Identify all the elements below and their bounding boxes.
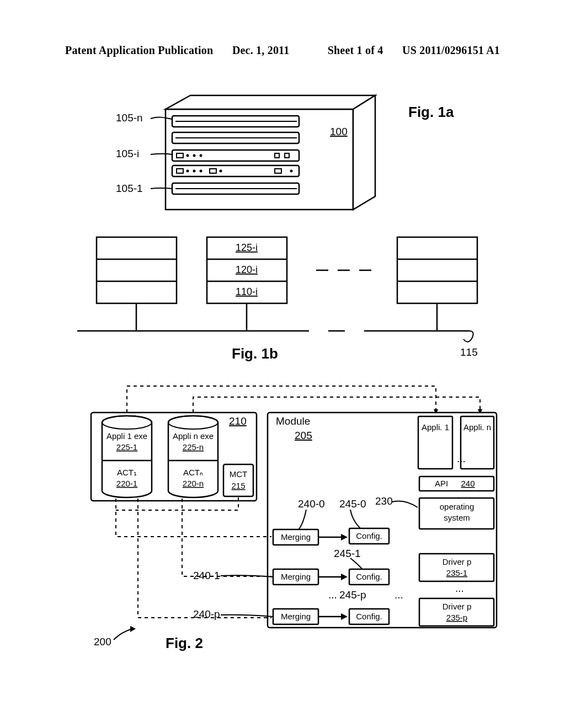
label-merging-p: Merging — [281, 612, 311, 621]
ref-235-p: 235-p — [446, 613, 467, 622]
label-driver-1: Driver p — [443, 557, 472, 566]
ref-220-n: 220-n — [183, 479, 204, 488]
label-125-i: 125-i — [236, 242, 258, 253]
svg-point-5 — [193, 154, 196, 157]
ref-235-1: 235-1 — [446, 568, 467, 577]
label-driver-p: Driver p — [443, 602, 472, 611]
ref-240-0: 240-0 — [298, 498, 325, 510]
label-actn: ACTₙ — [183, 468, 203, 477]
ellipsis-apps: ... — [457, 453, 466, 464]
ref-240-api: 240 — [461, 479, 475, 488]
fig-2: 210 Appli 1 exe 225-1 ACT₁ 220-1 Appli n… — [91, 386, 497, 651]
ref-100: 100 — [330, 126, 348, 137]
ref-230: 230 — [375, 495, 393, 507]
label-appli-1: Appli. 1 — [422, 422, 449, 432]
ref-245-0: 245-0 — [339, 498, 366, 510]
svg-rect-7 — [275, 153, 279, 158]
svg-rect-8 — [285, 153, 289, 158]
label-config-p: Config. — [356, 612, 382, 621]
svg-rect-14 — [210, 169, 216, 173]
fig-2-label: Fig. 2 — [166, 635, 203, 651]
svg-rect-19 — [97, 237, 177, 303]
ref-200: 200 — [94, 636, 111, 647]
ref-245-1: 245-1 — [334, 548, 361, 559]
svg-rect-3 — [177, 153, 183, 158]
ref-245-p: 245-p — [339, 589, 366, 601]
ref-210: 210 — [229, 415, 247, 427]
label-110-i: 110-i — [236, 286, 258, 297]
svg-rect-16 — [275, 169, 281, 173]
label-config-0: Config. — [356, 531, 382, 540]
ellipsis-driver: ... — [455, 582, 464, 594]
ref-225-n: 225-n — [183, 442, 204, 452]
label-os-1: operating — [440, 502, 475, 511]
label-config-1: Config. — [356, 572, 382, 581]
fig-1b: 125-i 120-i 110-i 115 Fig. 1b — [77, 237, 478, 362]
ref-105-1: 105-1 — [116, 183, 143, 194]
ref-115: 115 — [460, 346, 478, 358]
ref-240-p: 240-p — [193, 608, 220, 620]
ref-220-1: 220-1 — [116, 479, 137, 488]
fig-1a-label: Fig. 1a — [408, 104, 454, 120]
fig-1a: 105-n 105-i 105-1 100 Fig. 1a — [116, 95, 454, 210]
svg-rect-2 — [172, 150, 299, 161]
svg-marker-66 — [130, 626, 136, 632]
label-120-i: 120-i — [236, 264, 258, 275]
label-mct: MCT — [230, 469, 248, 479]
label-applin-exe: Appli n exe — [173, 431, 214, 441]
diagram-canvas: 105-n 105-i 105-1 100 Fig. 1a 125-i 120-… — [0, 0, 565, 728]
cylinder-applin: Appli n exe 225-n ACTₙ 220-n — [168, 416, 218, 497]
label-api: API — [435, 479, 448, 488]
svg-rect-50 — [419, 477, 494, 491]
svg-point-15 — [220, 170, 222, 173]
ref-205: 205 — [295, 430, 312, 441]
ref-215: 215 — [231, 481, 245, 490]
label-appli1-exe: Appli 1 exe — [106, 431, 147, 441]
fig-1b-label: Fig. 1b — [232, 345, 278, 362]
svg-point-4 — [186, 154, 189, 157]
label-act1: ACT₁ — [117, 468, 137, 477]
label-module: Module — [276, 415, 310, 427]
ellipsis-mid-1: ... — [328, 589, 337, 601]
cylinder-appli1: Appli 1 exe 225-1 ACT₁ 220-1 — [102, 416, 152, 497]
label-merging-1: Merging — [281, 572, 311, 581]
ref-240-1: 240-1 — [193, 570, 220, 581]
label-appli-n: Appli. n — [463, 422, 491, 432]
ref-105-i: 105-i — [116, 148, 139, 159]
svg-point-13 — [200, 170, 202, 173]
svg-rect-28 — [397, 237, 477, 303]
svg-point-17 — [290, 170, 293, 173]
ref-225-1: 225-1 — [116, 442, 137, 452]
svg-point-11 — [186, 170, 189, 173]
svg-point-6 — [200, 154, 202, 157]
svg-point-12 — [193, 170, 196, 173]
label-merging-0: Merging — [281, 532, 311, 542]
svg-rect-10 — [177, 169, 183, 173]
ellipsis-mid-2: ... — [395, 589, 403, 601]
ref-105-n: 105-n — [116, 112, 143, 124]
label-os-2: system — [444, 513, 470, 522]
